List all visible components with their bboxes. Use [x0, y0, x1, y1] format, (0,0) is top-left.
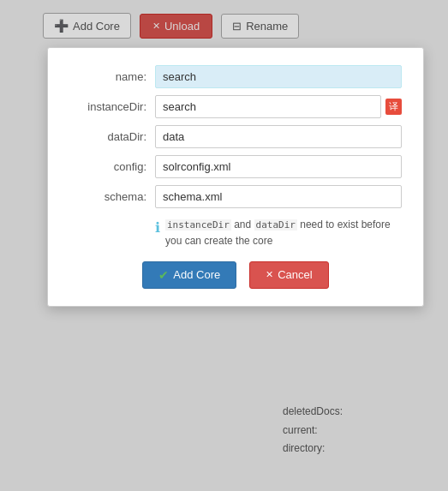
- instance-dir-label: instanceDir:: [69, 100, 155, 113]
- name-row: name:: [69, 65, 402, 88]
- name-input[interactable]: [155, 65, 402, 88]
- config-row: config:: [69, 155, 402, 178]
- name-label: name:: [69, 70, 155, 83]
- add-core-modal: name: instanceDir: 译 dataDir: config: sc…: [47, 47, 424, 307]
- check-icon: ✔: [158, 268, 169, 282]
- instance-dir-code: instanceDir: [165, 219, 231, 231]
- instance-dir-row: instanceDir: 译: [69, 95, 402, 118]
- info-note: ℹ instanceDir and dataDir need to exist …: [155, 217, 402, 248]
- schema-input[interactable]: [155, 185, 402, 208]
- data-dir-code: dataDir: [254, 219, 297, 231]
- instance-dir-input[interactable]: [155, 95, 381, 118]
- translate-badge: 译: [385, 99, 402, 115]
- data-dir-row: dataDir:: [69, 125, 402, 148]
- data-dir-input[interactable]: [155, 125, 402, 148]
- config-label: config:: [69, 160, 155, 173]
- schema-row: schema:: [69, 185, 402, 208]
- info-icon: ℹ: [155, 218, 160, 238]
- modal-footer: ✔ Add Core ✕ Cancel: [69, 261, 402, 289]
- cancel-label: Cancel: [278, 268, 312, 281]
- confirm-add-core-button[interactable]: ✔ Add Core: [142, 261, 236, 289]
- cancel-button[interactable]: ✕ Cancel: [249, 261, 328, 289]
- config-input[interactable]: [155, 155, 402, 178]
- schema-label: schema:: [69, 190, 155, 203]
- info-text: instanceDir and dataDir need to exist be…: [165, 217, 402, 248]
- cancel-x-icon: ✕: [266, 269, 273, 280]
- data-dir-label: dataDir:: [69, 130, 155, 143]
- confirm-label: Add Core: [173, 268, 220, 281]
